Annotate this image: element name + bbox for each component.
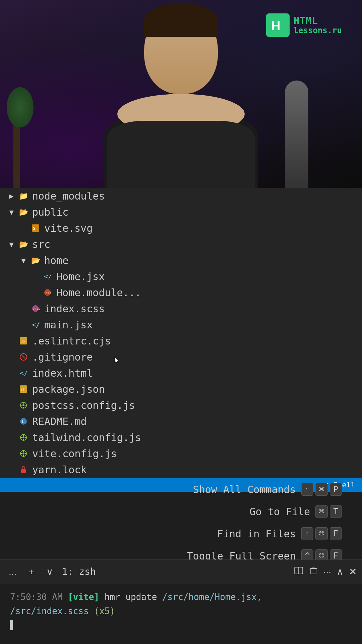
terminal-tab-bar: ... + ∨ 1: zsh ··· ∧ ✕ <box>0 559 362 584</box>
svg-rect-36 <box>21 469 26 473</box>
svg-point-17 <box>22 404 24 406</box>
terminal-panel: ... + ∨ 1: zsh ··· ∧ ✕ 7:50:30 AM <box>0 559 362 644</box>
terminal-close-btn[interactable]: ✕ <box>349 566 357 577</box>
watermark-text: HTML lessons.ru <box>294 15 342 35</box>
explorer-item-eslintrc[interactable]: ▶ JS .eslintrc.cjs <box>0 333 362 349</box>
explorer-item-tailwind-config[interactable]: ▶ tailwind.config.js <box>0 429 362 445</box>
terminal-line-2: /src/index.scss (x5) <box>10 604 352 619</box>
action-go-to-file[interactable]: Go to File ⌘ T <box>249 505 342 518</box>
svg-text:</>: </> <box>44 272 52 280</box>
file-explorer: ▶ 📁 node_modules ▼ 📂 public ▶ S vite.svg… <box>0 188 362 478</box>
svg-point-25 <box>22 436 24 438</box>
terminal-line-1: 7:50:30 AM [vite] hmr update /src/home/H… <box>10 590 352 604</box>
terminal-content: 7:50:30 AM [vite] hmr update /src/home/H… <box>0 584 362 644</box>
svg-text:</>: </> <box>20 369 28 377</box>
svg-line-12 <box>22 355 25 359</box>
svg-text:H: H <box>271 19 280 33</box>
svg-text:scss: scss <box>33 308 40 311</box>
watermark-logo: H <box>266 13 290 37</box>
terminal-dropdown-btn[interactable]: ∨ <box>43 564 57 579</box>
explorer-item-node_modules[interactable]: ▶ 📁 node_modules <box>0 188 362 204</box>
svg-text:css: css <box>45 291 51 295</box>
terminal-more-btn[interactable]: ... <box>5 565 20 579</box>
explorer-item-index-scss[interactable]: ▶ scss index.scss <box>0 301 362 317</box>
explorer-item-home-folder[interactable]: ▼ 📂 home <box>0 252 362 268</box>
svg-rect-39 <box>311 569 316 574</box>
svg-text:S: S <box>33 226 35 231</box>
explorer-item-home-jsx[interactable]: ▶ </> Home.jsx <box>0 268 362 284</box>
explorer-item-vite-config[interactable]: ▶ vite.config.js <box>0 445 362 462</box>
explorer-item-main-jsx[interactable]: ▶ </> main.jsx <box>0 317 362 333</box>
explorer-item-readme[interactable]: ▶ i README.md <box>0 413 362 429</box>
video-area: H HTML lessons.ru <box>0 0 362 188</box>
terminal-prompt[interactable]: ▌ <box>10 618 352 632</box>
explorer-item-home-module[interactable]: ▶ css Home.module... <box>0 284 362 301</box>
svg-text:</>: </> <box>32 321 40 329</box>
watermark: H HTML lessons.ru <box>266 13 342 37</box>
explorer-item-package-json[interactable]: ▶ {} package.json <box>0 381 362 397</box>
svg-text:i: i <box>21 420 24 424</box>
explorer-item-src[interactable]: ▼ 📂 src <box>0 236 362 252</box>
terminal-add-btn[interactable]: + <box>25 565 37 579</box>
explorer-item-index-html[interactable]: ▶ </> index.html <box>0 365 362 381</box>
action-show-all-commands[interactable]: Show All Commands ⇧ ⌘ P <box>193 483 342 496</box>
explorer-item-vite-svg[interactable]: ▶ S vite.svg <box>0 220 362 236</box>
svg-point-31 <box>22 452 24 454</box>
svg-text:{}: {} <box>21 388 24 391</box>
explorer-item-gitignore[interactable]: ▶ .gitignore <box>0 349 362 365</box>
terminal-overflow-btn[interactable]: ··· <box>323 567 331 577</box>
explorer-item-yarn-lock[interactable]: ▶ yarn.lock <box>0 462 362 478</box>
svg-text:JS: JS <box>21 339 25 343</box>
terminal-trash-btn[interactable] <box>309 566 318 578</box>
terminal-minimize-btn[interactable]: ∧ <box>337 566 344 577</box>
explorer-item-public[interactable]: ▼ 📂 public <box>0 204 362 220</box>
explorer-item-postcss-config[interactable]: ▶ postcss.config.js <box>0 397 362 413</box>
action-find-in-files[interactable]: Find in Files ⇧ ⌘ F <box>217 527 342 540</box>
terminal-split-btn[interactable] <box>294 566 303 578</box>
